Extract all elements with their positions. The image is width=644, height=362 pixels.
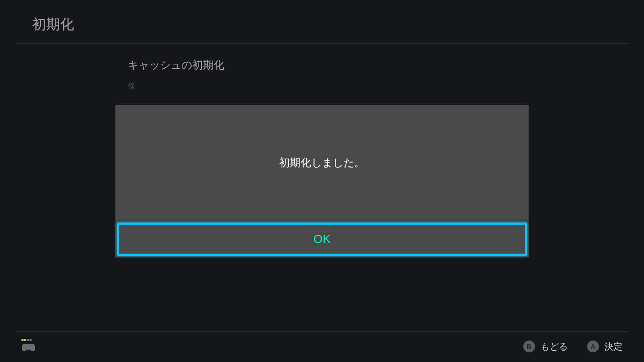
confirm-label: 決定 — [604, 341, 623, 353]
ok-button[interactable]: OK — [117, 223, 527, 256]
battery-indicator-icon — [21, 339, 32, 341]
dialog-body: 初期化しました。 — [115, 105, 529, 220]
confirmation-dialog: 初期化しました。 OK — [115, 105, 529, 257]
dialog-message: 初期化しました。 — [279, 156, 365, 170]
a-button-icon: A — [587, 341, 599, 352]
gamepad-icon — [21, 342, 35, 354]
dialog-divider — [115, 220, 529, 221]
controller-status-icon — [21, 339, 35, 354]
modal-overlay: 初期化しました。 OK — [0, 0, 644, 362]
b-button-icon: B — [523, 341, 535, 352]
footer-bar: B もどる A 決定 — [0, 331, 644, 362]
ok-button-label: OK — [313, 232, 331, 246]
footer-divider — [16, 331, 628, 331]
back-hint: B もどる — [523, 341, 568, 353]
footer-button-hints: B もどる A 決定 — [523, 341, 623, 353]
back-label: もどる — [540, 341, 568, 353]
confirm-hint: A 決定 — [587, 341, 623, 353]
